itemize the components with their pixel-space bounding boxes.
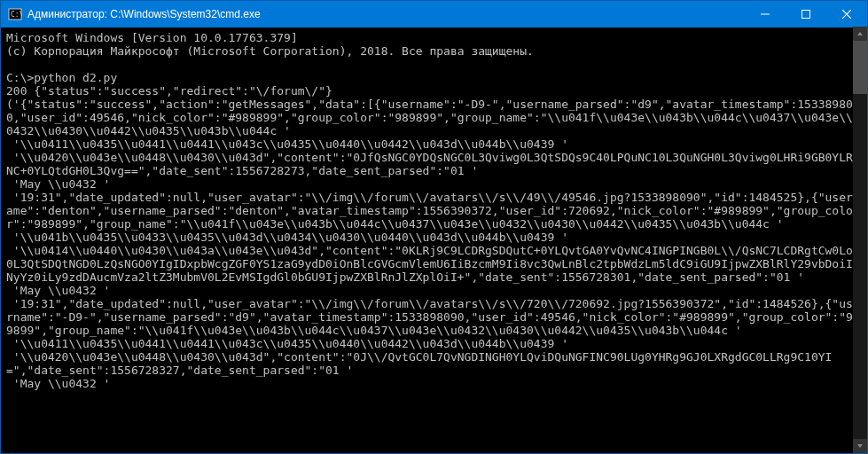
scrollbar-thumb[interactable]: [853, 41, 867, 94]
titlebar[interactable]: C:\ Администратор: C:\Windows\System32\c…: [1, 1, 867, 27]
scroll-up-button[interactable]: [853, 27, 867, 41]
terminal-line: C:\>python d2.py: [6, 71, 862, 84]
maximize-button[interactable]: [786, 1, 826, 27]
scroll-down-button[interactable]: [853, 439, 867, 453]
vertical-scrollbar[interactable]: [853, 27, 867, 453]
terminal-line: '\\u0420\\u043e\\u0448\\u0430\\u043d","c…: [6, 350, 862, 377]
terminal-line: (c) Корпорация Майкрософт (Microsoft Cor…: [6, 44, 862, 58]
svg-rect-3: [802, 11, 810, 19]
terminal-line: 200 {"status":"success","redirect":"\/fo…: [6, 84, 862, 98]
terminal-line: 'May \\u0432 ': [6, 284, 862, 297]
terminal-line: '\\u0414\\u0440\\u0430\\u043a\\u043e\\u0…: [6, 244, 862, 284]
terminal-line: ('{"status":"success","action":"getMessa…: [6, 98, 862, 137]
close-button[interactable]: [826, 1, 867, 27]
terminal-output[interactable]: Microsoft Windows [Version 10.0.17763.37…: [1, 27, 867, 453]
cmd-icon: C:\: [8, 7, 22, 21]
terminal-line: '\\u0411\\u0435\\u0441\\u0441\\u043c\\u0…: [6, 337, 862, 350]
svg-rect-2: [761, 14, 770, 15]
terminal-line: '\\u041b\\u0435\\u0433\\u0435\\u043d\\u0…: [6, 231, 862, 244]
terminal-line: '19:31","date_updated":null,"user_avatar…: [6, 297, 862, 337]
window-title: Администратор: C:\Windows\System32\cmd.e…: [27, 8, 745, 20]
window-controls: [745, 1, 867, 27]
terminal-line: Microsoft Windows [Version 10.0.17763.37…: [6, 31, 862, 44]
terminal-line: 'May \\u0432 ': [6, 377, 862, 390]
cmd-window: C:\ Администратор: C:\Windows\System32\c…: [0, 0, 868, 454]
svg-text:C:\: C:\: [11, 11, 22, 19]
terminal-line: [6, 58, 862, 71]
terminal-line: '19:31","date_updated":null,"user_avatar…: [6, 191, 862, 231]
scrollbar-track[interactable]: [853, 41, 867, 439]
terminal-line: 'May \\u0432 ': [6, 177, 862, 191]
terminal-line: '\\u0420\\u043e\\u0448\\u0430\\u043d","c…: [6, 151, 862, 177]
terminal-line: '\\u0411\\u0435\\u0441\\u0441\\u043c\\u0…: [6, 137, 862, 151]
minimize-button[interactable]: [745, 1, 786, 27]
